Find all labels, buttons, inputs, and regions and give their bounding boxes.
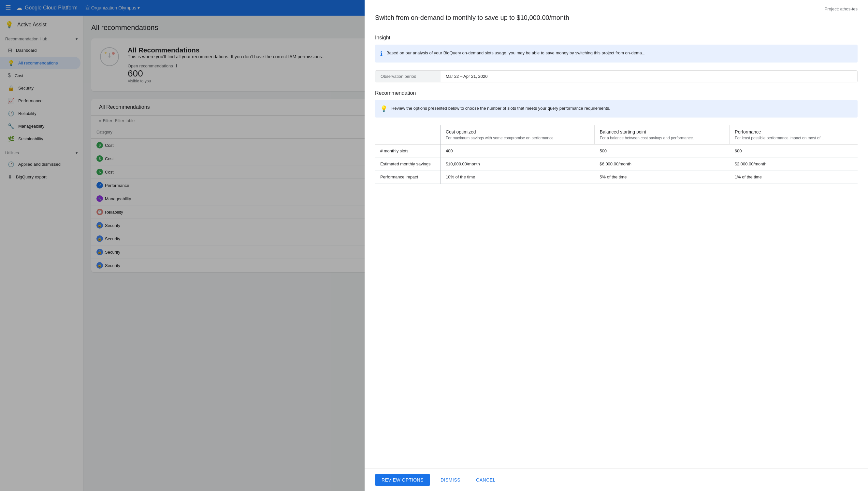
empty-col	[375, 125, 440, 145]
panel-header: Project: athos-tes Switch from on-demand…	[365, 0, 868, 27]
impact-row: Performance impact 10% of the time 5% of…	[375, 171, 858, 184]
comparison-table: Cost optimized For maximum savings with …	[375, 125, 858, 184]
slots-balanced: 500	[594, 145, 729, 157]
savings-row: Estimated monthly savings $10,000.00/mon…	[375, 157, 858, 171]
impact-cost: 10% of the time	[440, 171, 594, 184]
slots-label: # monthly slots	[375, 145, 440, 157]
recommendation-panel: Project: athos-tes Switch from on-demand…	[365, 0, 868, 491]
col-performance: Performance For least possible performan…	[730, 125, 858, 145]
insight-box: ℹ Based on our analysis of your BigQuery…	[375, 45, 858, 62]
panel-project: Project: athos-tes	[375, 6, 858, 11]
col-cost-optimized: Cost optimized For maximum savings with …	[440, 125, 594, 145]
panel-title: Switch from on-demand to monthly to save…	[375, 14, 858, 22]
impact-perf: 1% of the time	[730, 171, 858, 184]
recommendation-box: 💡 Review the options presented below to …	[375, 100, 858, 118]
savings-balanced: $6,000.00/month	[594, 157, 729, 171]
dismiss-button[interactable]: DISMISS	[435, 474, 466, 486]
slots-perf: 600	[730, 145, 858, 157]
col-header-label: Performance	[735, 129, 852, 135]
impact-label: Performance impact	[375, 171, 440, 184]
insight-section: Insight ℹ Based on our analysis of your …	[375, 35, 858, 62]
review-options-button[interactable]: REVIEW OPTIONS	[375, 474, 430, 486]
insight-heading: Insight	[375, 35, 858, 41]
recommendation-section: Recommendation 💡 Review the options pres…	[375, 90, 858, 118]
observation-period-row: Observation period Mar 22 – Apr 21, 2020	[375, 70, 858, 82]
insight-text: Based on our analysis of your BigQuery o…	[386, 50, 645, 56]
col-subtext: For maximum savings with some compromise…	[446, 136, 589, 140]
panel-footer: REVIEW OPTIONS DISMISS CANCEL	[365, 468, 868, 491]
col-header-label: Balanced starting point	[600, 129, 724, 135]
col-balanced: Balanced starting point For a balance be…	[594, 125, 729, 145]
panel-body: Insight ℹ Based on our analysis of your …	[365, 27, 868, 468]
bulb-icon: 💡	[380, 105, 387, 112]
recommendation-heading: Recommendation	[375, 90, 858, 96]
slots-row: # monthly slots 400 500 600	[375, 145, 858, 157]
col-subtext: For least possible performance impact on…	[735, 136, 852, 140]
cancel-button[interactable]: CANCEL	[471, 474, 501, 486]
observation-label: Observation period	[375, 71, 441, 82]
col-header-label: Cost optimized	[446, 129, 589, 135]
savings-label: Estimated monthly savings	[375, 157, 440, 171]
impact-balanced: 5% of the time	[594, 171, 729, 184]
recommendation-text: Review the options presented below to ch…	[391, 105, 610, 112]
info-icon: ℹ	[380, 50, 383, 57]
observation-value: Mar 22 – Apr 21, 2020	[441, 71, 493, 82]
savings-cost: $10,000.00/month	[440, 157, 594, 171]
col-subtext: For a balance between cost savings and p…	[600, 136, 724, 140]
slots-cost: 400	[440, 145, 594, 157]
comparison-table-container: Cost optimized For maximum savings with …	[375, 125, 858, 184]
savings-perf: $2,000.00/month	[730, 157, 858, 171]
